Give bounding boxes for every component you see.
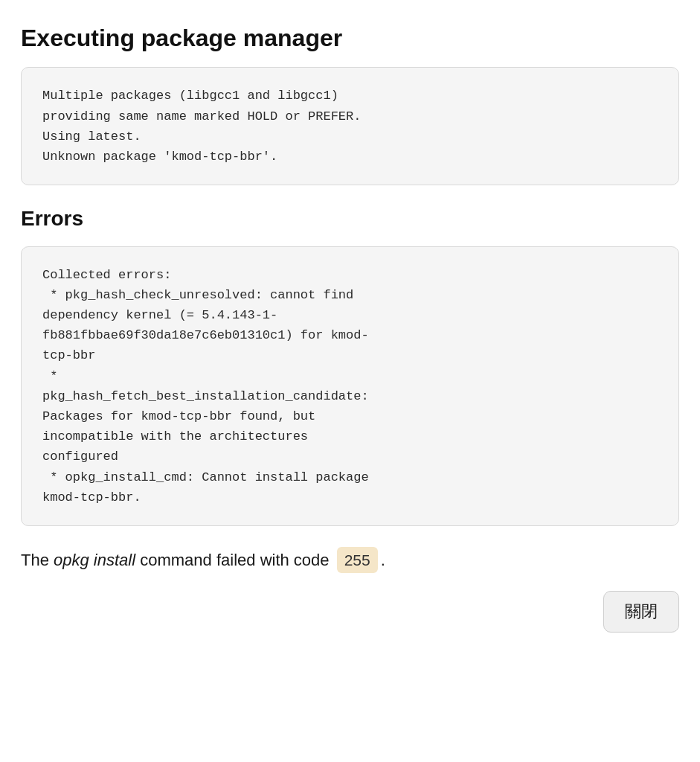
close-button[interactable]: 關閉 xyxy=(603,591,679,633)
close-button-container: 關閉 xyxy=(21,591,679,633)
errors-box: Collected errors: * pkg_hash_check_unres… xyxy=(21,246,679,526)
output-box: Multiple packages (libgcc1 and libgcc1) … xyxy=(21,67,679,185)
footer-message: The opkg install command failed with cod… xyxy=(21,547,679,574)
footer-suffix: . xyxy=(381,551,385,569)
output-text: Multiple packages (libgcc1 and libgcc1) … xyxy=(42,86,658,167)
footer-middle: command failed with code xyxy=(135,551,334,569)
errors-text: Collected errors: * pkg_hash_check_unres… xyxy=(42,265,658,508)
page-title: Executing package manager xyxy=(21,24,679,52)
footer-command: opkg install xyxy=(54,551,135,569)
errors-section-title: Errors xyxy=(21,206,679,231)
footer-prefix: The xyxy=(21,551,54,569)
error-code-badge: 255 xyxy=(337,547,378,574)
